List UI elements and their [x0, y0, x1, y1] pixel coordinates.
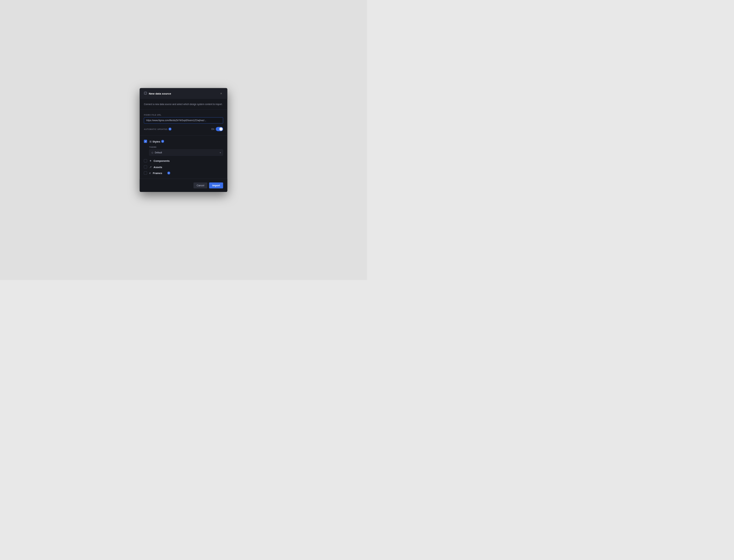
import-button[interactable]: Import: [209, 182, 223, 188]
assets-icon: ↗: [149, 165, 152, 169]
toggle-knob: [219, 127, 223, 131]
new-data-source-modal: New data source × Connect a new data sou…: [140, 88, 227, 192]
styles-info-badge[interactable]: i: [161, 140, 164, 143]
frames-checkbox[interactable]: [144, 171, 147, 174]
figma-url-section: FIGMA FILE URL AUTOMATIC UPDATES i On: [140, 110, 227, 136]
edit-icon: [144, 92, 147, 96]
automatic-updates-toggle[interactable]: [216, 127, 223, 131]
components-icon: ✦: [149, 159, 152, 163]
assets-label: Assets: [154, 165, 162, 168]
styles-checkmark: ✓: [145, 140, 147, 143]
theme-select[interactable]: ◇ Default ▾: [149, 149, 223, 155]
content-selection-section: ✓ ⊞ Styles i THEME ◇ Default ▾: [140, 136, 227, 179]
frames-label: Frames: [153, 172, 162, 175]
modal-footer: Cancel Import: [140, 179, 227, 192]
theme-section: THEME ◇ Default ▾: [144, 146, 223, 155]
styles-label: Styles: [152, 140, 160, 143]
assets-checkbox[interactable]: [144, 165, 147, 168]
chevron-down-icon: ▾: [220, 151, 221, 154]
frames-icon: #: [149, 171, 151, 174]
modal-title: New data source: [149, 92, 171, 95]
styles-row: ✓ ⊞ Styles i: [144, 140, 223, 143]
automatic-updates-label: AUTOMATIC UPDATES: [144, 128, 168, 130]
frames-info-badge[interactable]: i: [168, 172, 170, 174]
automatic-updates-label-group: AUTOMATIC UPDATES i: [144, 127, 171, 130]
modal-header-left: New data source: [144, 92, 171, 96]
frames-row: # Frames i: [144, 171, 223, 174]
components-checkbox[interactable]: [144, 159, 147, 163]
modal-header: New data source ×: [140, 88, 227, 99]
figma-url-input[interactable]: [144, 117, 223, 124]
close-button[interactable]: ×: [219, 92, 223, 96]
figma-url-label: FIGMA FILE URL: [144, 114, 223, 116]
theme-select-left: ◇ Default: [151, 151, 162, 154]
styles-checkbox[interactable]: ✓: [144, 140, 147, 143]
toggle-status: On: [211, 128, 215, 131]
cancel-button[interactable]: Cancel: [193, 182, 208, 188]
styles-icon: ⊞: [149, 140, 152, 143]
automatic-updates-row: AUTOMATIC UPDATES i On: [144, 127, 223, 131]
theme-label: THEME: [149, 146, 223, 148]
components-label: Components: [154, 159, 170, 163]
assets-row: ↗ Assets: [144, 165, 223, 169]
modal-description: Connect a new data source and select whi…: [140, 99, 227, 110]
components-row: ✦ Components: [144, 159, 223, 163]
theme-value: Default: [155, 151, 162, 154]
automatic-updates-info-badge[interactable]: i: [169, 127, 171, 130]
theme-drop-icon: ◇: [151, 151, 154, 154]
toggle-right: On: [211, 127, 223, 131]
